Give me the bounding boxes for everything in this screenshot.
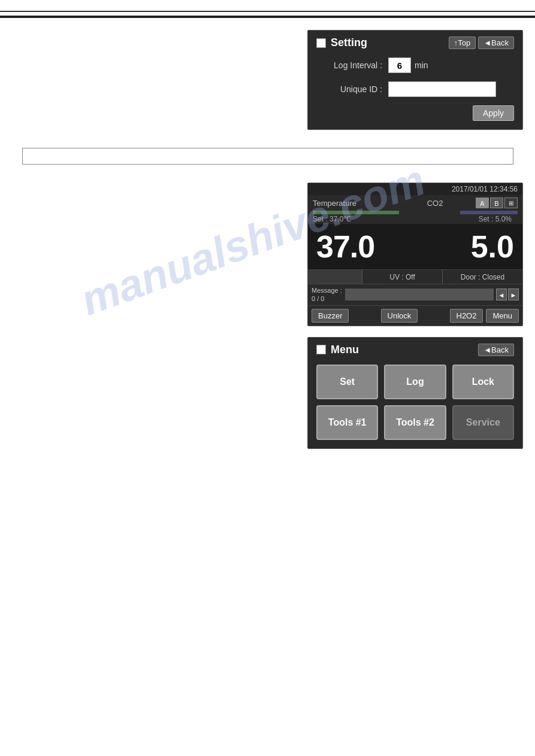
log-interval-input[interactable] — [388, 57, 411, 73]
monitor-panel: 2017/01/01 12:34:56 Temperature CO2 A B … — [307, 183, 523, 326]
log-interval-row: Log Interval : min — [316, 57, 514, 73]
menu-lock-button[interactable]: Lock — [452, 365, 514, 399]
menu-service-button: Service — [452, 405, 514, 440]
h2o2-button[interactable]: H2O2 — [450, 309, 483, 323]
monitor-buttons-row: Buzzer Unlock H2O2 Menu — [308, 305, 522, 326]
menu-panel: Menu ◄Back Set Log Lock Tools #1 Tools #… — [307, 337, 523, 449]
temperature-value: 37.0 — [316, 229, 415, 265]
message-nav: ◄ ► — [496, 289, 519, 300]
menu-back-button[interactable]: ◄Back — [478, 344, 514, 356]
ab-icon-button[interactable]: ⊞ — [504, 198, 518, 208]
menu-title-text: Menu — [331, 344, 359, 356]
menu-tools1-button[interactable]: Tools #1 — [316, 405, 378, 440]
setting-footer: Apply — [316, 105, 514, 121]
door-label: Door : Closed — [442, 270, 522, 284]
setting-title-icon — [316, 38, 326, 48]
setting-nav-buttons: ↑Top ◄Back — [449, 37, 514, 49]
menu-button[interactable]: Menu — [486, 309, 519, 323]
co2-value: 5.0 — [415, 229, 514, 265]
message-label: Message : 0 / 0 — [312, 286, 343, 303]
setting-header: Setting ↑Top ◄Back — [316, 37, 514, 49]
message-input[interactable] — [345, 289, 494, 300]
setting-title-text: Setting — [331, 37, 367, 49]
setpoint-temp: Set : 37.0℃ — [313, 215, 412, 223]
monitor-headers: Temperature CO2 A B ⊞ — [308, 195, 522, 211]
menu-set-button[interactable]: Set — [316, 365, 378, 399]
monitor-values: 37.0 5.0 — [308, 224, 522, 269]
uv-door-row: UV : Off Door : Closed — [308, 269, 522, 284]
unlock-button[interactable]: Unlock — [381, 309, 418, 323]
b-button[interactable]: B — [490, 198, 503, 208]
menu-title-icon — [316, 345, 326, 354]
menu-tools2-button[interactable]: Tools #2 — [384, 405, 446, 440]
apply-button[interactable]: Apply — [473, 105, 514, 121]
top-button[interactable]: ↑Top — [449, 37, 476, 49]
menu-header: Menu ◄Back — [316, 344, 514, 356]
monitor-right-buttons: H2O2 Menu — [450, 309, 519, 323]
uv-label: UV : Off — [362, 270, 442, 284]
back-button[interactable]: ◄Back — [478, 37, 514, 49]
setpoint-co2: Set : 5.0% — [412, 215, 518, 223]
monitor-wrapper: 2017/01/01 12:34:56 Temperature CO2 A B … — [12, 183, 523, 326]
unique-id-row: Unique ID : — [316, 81, 514, 97]
ab-buttons: A B ⊞ — [476, 198, 518, 208]
menu-log-button[interactable]: Log — [384, 365, 446, 399]
unique-id-label: Unique ID : — [316, 84, 382, 94]
temperature-label: Temperature — [313, 199, 394, 208]
monitor-message-row: Message : 0 / 0 ◄ ► — [308, 284, 522, 305]
buzzer-button[interactable]: Buzzer — [312, 309, 349, 323]
message-prev-button[interactable]: ◄ — [496, 289, 507, 300]
middle-box — [22, 148, 513, 165]
menu-title: Menu — [316, 344, 359, 356]
menu-grid: Set Log Lock Tools #1 Tools #2 Service — [316, 365, 514, 440]
co2-label: CO2 — [394, 199, 476, 208]
left-blank-bar — [308, 270, 362, 284]
setting-panel: Setting ↑Top ◄Back Log Interval : min Un… — [307, 30, 523, 130]
menu-wrapper: Menu ◄Back Set Log Lock Tools #1 Tools #… — [12, 337, 523, 449]
a-button[interactable]: A — [476, 198, 489, 208]
log-interval-unit: min — [415, 60, 428, 70]
unique-id-input[interactable] — [388, 81, 496, 97]
monitor-datetime: 2017/01/01 12:34:56 — [308, 183, 522, 195]
top-border — [0, 11, 535, 12]
setting-title: Setting — [316, 37, 367, 49]
message-next-button[interactable]: ► — [508, 289, 519, 300]
monitor-setpoints: Set : 37.0℃ Set : 5.0% — [308, 214, 522, 224]
log-interval-label: Log Interval : — [316, 60, 382, 70]
setting-panel-wrapper: Setting ↑Top ◄Back Log Interval : min Un… — [12, 30, 523, 130]
